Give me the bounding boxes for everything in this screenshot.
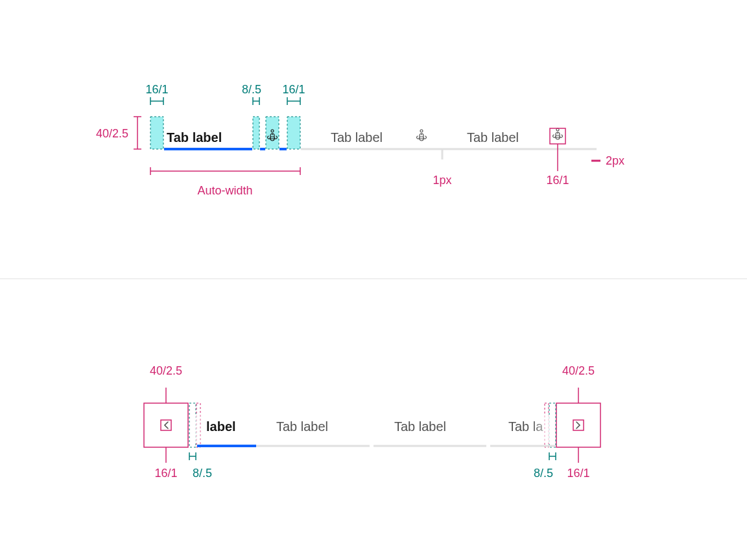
tab-label: Tab label — [467, 130, 519, 145]
svg-rect-8 — [164, 148, 252, 150]
svg-rect-33 — [556, 403, 600, 447]
svg-rect-9 — [260, 148, 265, 150]
svg-rect-3 — [287, 117, 300, 149]
dim-height-label: 40/2.5 — [96, 127, 128, 140]
scroll-right-icon-label: 16/1 — [567, 467, 589, 480]
tab-label: Tab label — [331, 130, 383, 145]
dim-icon-size-label: 16/1 — [546, 174, 569, 187]
tab-label: label — [206, 419, 236, 434]
dim-pad-left — [150, 97, 163, 105]
tab-2[interactable]: Tab label — [331, 130, 427, 145]
svg-rect-30 — [161, 420, 171, 430]
fade-gap-right-label: 8/.5 — [534, 467, 553, 480]
svg-rect-10 — [279, 148, 287, 150]
scroll-left-size-label: 40/2.5 — [150, 364, 182, 377]
dim-gap-label: 8/.5 — [242, 83, 261, 96]
svg-rect-29 — [144, 403, 188, 447]
scroll-tab-3[interactable]: Tab label — [394, 419, 446, 434]
fade-gap-left-label: 8/.5 — [193, 467, 212, 480]
tab-label: Tab label — [167, 130, 222, 145]
bee-icon — [417, 130, 427, 141]
dim-pad-right — [287, 97, 300, 105]
svg-rect-52 — [191, 415, 205, 443]
chevron-right-icon — [576, 422, 580, 428]
scroll-right-size-label: 40/2.5 — [562, 364, 595, 377]
svg-rect-0 — [150, 117, 163, 149]
svg-rect-1 — [253, 117, 259, 149]
dim-height — [134, 117, 141, 149]
dim-gap — [253, 97, 259, 105]
tab-label: Tab label — [394, 419, 446, 434]
chevron-left-icon — [165, 422, 168, 428]
scroll-tab-1[interactable]: label — [197, 419, 256, 447]
svg-rect-34 — [573, 420, 584, 430]
spec-scrollable-tabs: 40/2.5 16/1 40/2.5 16/1 8/.5 — [144, 364, 600, 480]
spec-diagram: Tab label Tab label Tab label — [0, 0, 747, 560]
svg-rect-51 — [532, 415, 555, 443]
scroll-left-icon-label: 16/1 — [154, 467, 177, 480]
dim-underline-label: 2px — [606, 154, 624, 167]
svg-rect-50 — [197, 445, 256, 447]
dim-pad-left-label: 16/1 — [145, 83, 168, 96]
svg-rect-2 — [266, 117, 279, 149]
dim-auto-width — [150, 167, 300, 175]
dim-divider-label: 1px — [433, 174, 451, 187]
scroll-right-button[interactable] — [556, 388, 600, 463]
spec-line-tabs: Tab label Tab label Tab label — [96, 83, 624, 197]
dim-auto-width-label: Auto-width — [197, 184, 252, 197]
bee-icon — [553, 128, 563, 139]
scroll-tab-2[interactable]: Tab label — [276, 419, 328, 434]
dim-pad-right-label: 16/1 — [282, 83, 305, 96]
tab-label: Tab label — [276, 419, 328, 434]
scroll-left-button[interactable] — [144, 388, 188, 463]
